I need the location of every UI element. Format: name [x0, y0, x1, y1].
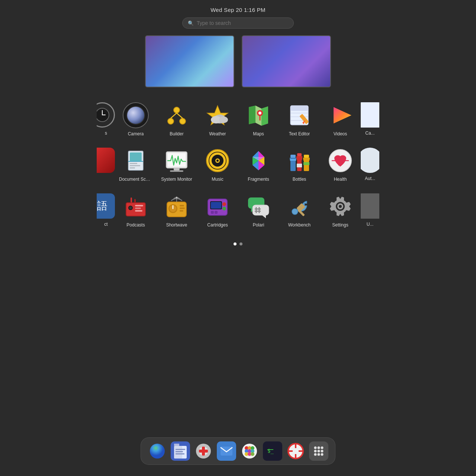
app-item-cartridges[interactable]: Cartridges: [197, 190, 238, 231]
svg-rect-84: [215, 211, 218, 214]
dock-item-epiphany[interactable]: [148, 441, 167, 461]
svg-point-93: [292, 209, 298, 215]
app-item-music[interactable]: Music: [197, 144, 238, 186]
svg-marker-102: [174, 444, 179, 446]
dock: $_: [141, 437, 335, 465]
svg-rect-28: [130, 152, 142, 161]
health-label: Health: [334, 177, 347, 182]
bottles-icon: [286, 148, 312, 174]
app-item-builder[interactable]: Builder: [156, 99, 197, 140]
polari-icon: [245, 193, 271, 219]
builder-label: Builder: [170, 131, 183, 136]
svg-rect-74: [180, 210, 183, 212]
weather-label: Weather: [209, 131, 226, 136]
svg-point-5: [180, 118, 186, 124]
app-item-weather[interactable]: Weather: [197, 99, 238, 140]
svg-point-120: [251, 452, 254, 456]
health-icon: [327, 148, 353, 174]
svg-point-98: [339, 205, 342, 208]
app-item-workbench[interactable]: Workbench: [279, 190, 320, 231]
workbench-icon: [286, 193, 312, 219]
svg-rect-103: [176, 449, 185, 450]
top-bar: Wed Sep 20 1:16 PM 🔍: [0, 0, 476, 29]
svg-rect-54: [297, 164, 302, 167]
dock-item-unknown[interactable]: [194, 441, 213, 461]
app-item-polari[interactable]: Polari: [238, 190, 279, 231]
app-item-clock[interactable]: s: [97, 99, 115, 140]
svg-rect-105: [176, 453, 184, 454]
app-item-health[interactable]: Health: [320, 144, 361, 186]
dock-item-geary[interactable]: [217, 441, 236, 461]
window-preview-1[interactable]: [145, 35, 234, 87]
auth-icon: [361, 148, 379, 173]
cartridges-icon: [205, 193, 231, 219]
page-indicators: [0, 242, 476, 245]
svg-rect-36: [170, 170, 183, 172]
text-editor-label: Text Editor: [289, 131, 310, 136]
svg-rect-55: [304, 155, 309, 158]
shortwave-icon: [164, 193, 190, 219]
app-item-bottles[interactable]: Bottles: [279, 144, 320, 186]
search-bar[interactable]: 🔍: [182, 17, 294, 29]
dock-item-help[interactable]: [286, 441, 305, 461]
page-dot-1[interactable]: [234, 242, 237, 245]
svg-point-17: [258, 112, 261, 115]
app-grid: s Camera Builder: [0, 99, 476, 235]
app-item-maps[interactable]: Maps: [238, 99, 279, 140]
shortwave-label: Shortwave: [166, 222, 187, 228]
svg-rect-72: [180, 205, 184, 206]
system-monitor-icon: [164, 148, 190, 174]
camera-icon: [123, 102, 149, 128]
dock-item-app-grid[interactable]: [309, 441, 328, 461]
document-scanner-icon: [123, 148, 149, 174]
u-label: U...: [367, 222, 374, 227]
app-item-podcasts[interactable]: Podcasts: [115, 190, 156, 231]
app-item-videos[interactable]: Videos: [320, 99, 361, 140]
svg-rect-56: [303, 162, 309, 165]
svg-rect-110: [221, 447, 232, 456]
search-input[interactable]: [197, 20, 288, 26]
app-item-camera[interactable]: Camera: [115, 99, 156, 140]
dock-item-files[interactable]: [171, 441, 190, 461]
settings-icon: [327, 193, 353, 219]
svg-point-129: [293, 449, 298, 453]
svg-line-6: [171, 113, 177, 118]
svg-rect-66: [134, 199, 136, 203]
page-dot-2[interactable]: [239, 242, 242, 245]
svg-point-137: [318, 453, 320, 456]
svg-point-132: [321, 447, 324, 449]
svg-rect-109: [199, 450, 208, 453]
app-item-text-editor[interactable]: Text Editor: [279, 99, 320, 140]
svg-rect-80: [211, 202, 221, 209]
window-preview-2[interactable]: [242, 35, 331, 87]
app-item-auth-partial[interactable]: Aut...: [361, 144, 379, 186]
svg-point-138: [321, 453, 324, 456]
svg-rect-30: [130, 163, 137, 164]
svg-rect-63: [135, 208, 141, 209]
auth-label: Aut...: [365, 176, 375, 181]
app-item-unknown-red[interactable]: [97, 144, 115, 186]
app-item-shortwave[interactable]: Shortwave: [156, 190, 197, 231]
svg-point-134: [318, 450, 320, 453]
app-item-system-monitor[interactable]: System Monitor: [156, 144, 197, 186]
svg-rect-51: [290, 155, 296, 158]
builder-icon: [164, 102, 190, 128]
camera-label: Camera: [128, 131, 144, 136]
workbench-label: Workbench: [288, 222, 311, 228]
app-item-settings[interactable]: Settings: [320, 190, 361, 231]
svg-rect-35: [174, 168, 180, 170]
dock-item-terminal[interactable]: $_: [263, 441, 282, 461]
dock-item-software[interactable]: [240, 441, 259, 461]
app-item-fragments[interactable]: Fragments: [238, 144, 279, 186]
svg-marker-88: [262, 215, 266, 218]
app-item-kanji-partial[interactable]: 語 ct: [97, 190, 115, 231]
polari-label: Polari: [253, 222, 264, 228]
app-item-document-scanner[interactable]: Document Scan...: [115, 144, 156, 186]
svg-point-81: [222, 202, 226, 206]
app-item-cal-partial[interactable]: Ca...: [361, 99, 379, 140]
app-row-2: Document Scan... System Monitor: [97, 144, 379, 186]
svg-rect-53: [297, 153, 302, 156]
svg-rect-32: [130, 167, 135, 168]
app-item-u-partial[interactable]: U...: [361, 190, 379, 231]
kanji-icon: 語: [97, 193, 115, 219]
